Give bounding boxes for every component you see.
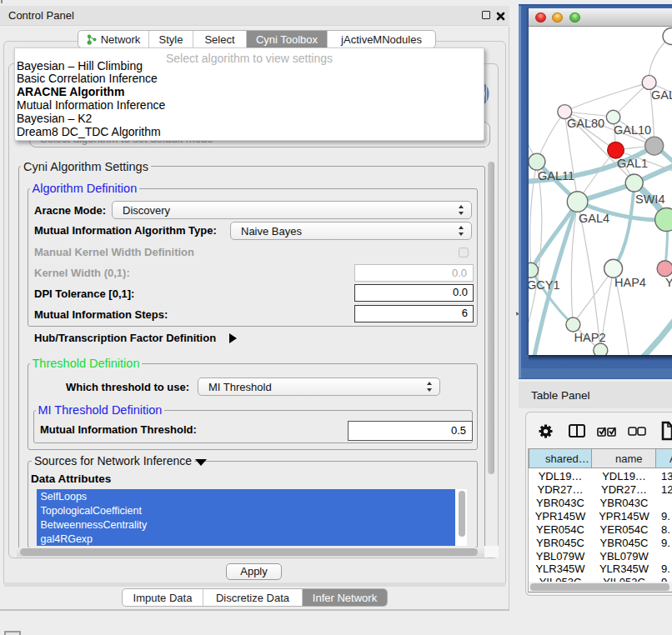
svg-text:HAP2: HAP2 bbox=[574, 331, 606, 344]
svg-text:GAL10: GAL10 bbox=[614, 123, 651, 137]
svg-text:SWI4: SWI4 bbox=[635, 192, 664, 206]
svg-text:GAL80: GAL80 bbox=[567, 117, 604, 130]
svg-text:GAL11: GAL11 bbox=[538, 169, 574, 182]
svg-text:Y: Y bbox=[665, 276, 672, 289]
svg-text:GAL1: GAL1 bbox=[617, 157, 648, 170]
svg-text:GAL: GAL bbox=[651, 88, 672, 102]
svg-text:HAP4: HAP4 bbox=[614, 276, 646, 289]
svg-text:GCY1: GCY1 bbox=[529, 278, 560, 292]
svg-text:GAL4: GAL4 bbox=[579, 212, 609, 225]
